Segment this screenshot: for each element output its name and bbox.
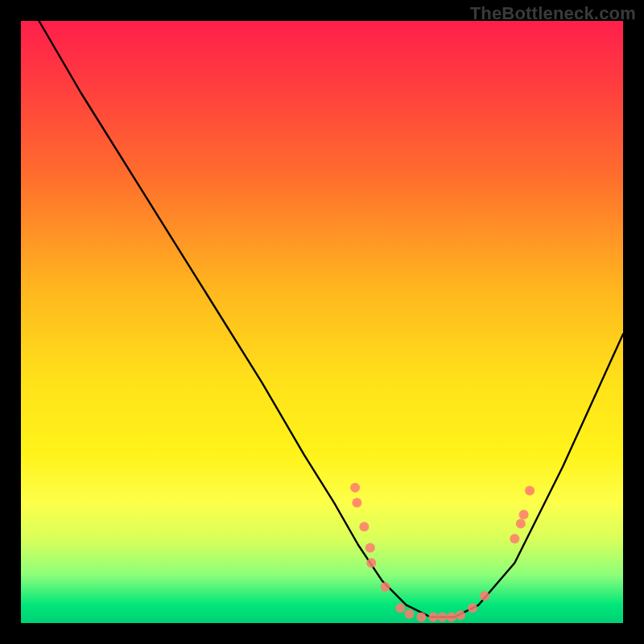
bottleneck-curve: [39, 21, 623, 617]
marker-layer: [350, 483, 535, 622]
data-point: [366, 558, 376, 568]
data-point: [438, 613, 448, 622]
data-point: [468, 603, 477, 613]
data-point: [352, 497, 361, 507]
data-point: [381, 582, 390, 592]
data-point: [350, 483, 360, 493]
data-point: [456, 610, 465, 620]
data-point: [516, 519, 526, 529]
data-point: [480, 591, 489, 601]
data-point: [447, 613, 456, 622]
data-point: [525, 485, 535, 495]
chart-svg: [21, 21, 623, 623]
data-point: [395, 603, 405, 613]
plot-area: [21, 21, 623, 623]
data-point: [519, 510, 529, 519]
data-point: [428, 613, 438, 622]
curve-layer: [39, 21, 623, 617]
chart-frame: TheBottleneck.com: [0, 0, 644, 644]
data-point: [404, 609, 414, 619]
data-point: [359, 522, 369, 531]
data-point: [365, 543, 375, 553]
data-point: [510, 534, 519, 543]
watermark-text: TheBottleneck.com: [470, 3, 636, 24]
data-point: [416, 613, 426, 622]
